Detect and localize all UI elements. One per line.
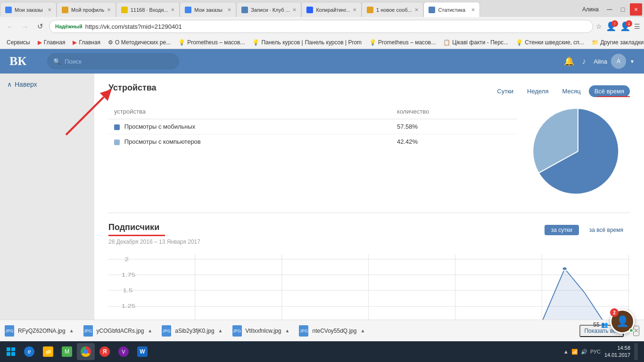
- bookmark-panel-kursov[interactable]: 💡 Панель курсов | Панель курсов | Prom: [249, 38, 364, 47]
- tab-close-icon[interactable]: ×: [293, 6, 297, 13]
- bookmark-glavnaya-1[interactable]: ▶ Главная: [35, 38, 68, 47]
- all-time-underline: [597, 96, 630, 97]
- tab-copywriting[interactable]: Копирайтинг... ×: [301, 2, 362, 17]
- tab-favicon: [121, 7, 128, 13]
- minimize-button[interactable]: ─: [603, 3, 616, 16]
- taskbar-app-green[interactable]: M: [58, 343, 76, 360]
- tab-label: 11168 · Входя...: [131, 7, 168, 13]
- bookmark-glavnaya-2[interactable]: ▶ Главная: [70, 38, 103, 47]
- back-link[interactable]: ∧ Наверх: [7, 81, 87, 88]
- address-box[interactable]: Надёжный https://vk.com/stats?mid=212904…: [49, 20, 593, 33]
- bookmark-other[interactable]: 📁 Другие закладки: [589, 38, 644, 47]
- pie-chart: [531, 104, 625, 198]
- maximize-button[interactable]: □: [617, 3, 629, 16]
- taskbar-app-ie[interactable]: e: [20, 343, 38, 360]
- tray-network-icon: 📶: [571, 349, 578, 355]
- tab-close-icon[interactable]: ×: [471, 6, 475, 13]
- taskbar-app-yandex[interactable]: Я: [96, 343, 114, 360]
- tab-moi-profil[interactable]: Мой профиль ×: [57, 2, 116, 17]
- avatar: A: [611, 54, 626, 69]
- music-icon[interactable]: ♪: [582, 57, 586, 66]
- bookmark-stenki[interactable]: 💡 Стенки шведские, сп...: [513, 38, 587, 47]
- taskbar-app-word[interactable]: W: [133, 343, 151, 360]
- bookmark-star-icon[interactable]: ☆: [596, 23, 602, 30]
- tab-close-icon[interactable]: ×: [228, 6, 231, 13]
- bookmark-prometheus-2[interactable]: 💡 Prometheus – масов...: [366, 38, 438, 47]
- col-header-count: количество: [391, 104, 517, 119]
- tab-favicon: [429, 7, 435, 13]
- tab-close-icon[interactable]: ×: [353, 6, 356, 13]
- tab-favicon: [5, 7, 12, 13]
- extensions-icon[interactable]: 👤 !: [606, 21, 616, 32]
- table-row: Просмотры с мобильных 57.58%: [108, 119, 517, 134]
- tab-label: 1 новое сооб...: [376, 7, 412, 13]
- time-tab-all-time[interactable]: за всё время: [583, 225, 630, 235]
- period-tab-mesyac[interactable]: Месяц: [556, 85, 586, 97]
- download-expand-icon[interactable]: ▲: [69, 328, 74, 333]
- download-expand-icon[interactable]: ▲: [218, 328, 223, 333]
- profile-icon[interactable]: 👤 1: [620, 21, 630, 32]
- tab-moi-zakazy-1[interactable]: Мои заказы ×: [0, 2, 57, 17]
- close-button[interactable]: ×: [630, 3, 642, 16]
- page-body: ∧ Наверх Устройства Сутки Неделя Месяц: [0, 74, 644, 320]
- search-input[interactable]: [65, 58, 173, 65]
- download-file-icon: JPG: [83, 325, 93, 337]
- period-tab-sutki[interactable]: Сутки: [491, 85, 519, 97]
- bookmark-metodicheskie[interactable]: ⚙ О Методических ре...: [105, 38, 173, 47]
- bookmark-prometheus-1[interactable]: 💡 Prometheus – масов...: [175, 38, 248, 47]
- tray-up-arrow-icon[interactable]: ▲: [563, 349, 569, 354]
- chat-notif-badge: 2: [610, 308, 619, 317]
- taskbar-app-viber[interactable]: V: [115, 343, 132, 360]
- tray-icons: ▲ 📶 🔊 РУС: [563, 349, 601, 355]
- chat-online-dot: [629, 328, 634, 333]
- download-filename: nteCVoy55dQ.jpg: [312, 328, 356, 334]
- windows-logo-icon: [6, 347, 16, 356]
- period-tab-nedelya[interactable]: Неделя: [521, 85, 554, 97]
- download-expand-icon[interactable]: ▲: [285, 328, 290, 333]
- tab-11168[interactable]: 11168 · Входя... ×: [116, 2, 180, 17]
- tab-statistika[interactable]: Статистика ×: [423, 2, 480, 17]
- tab-novoe[interactable]: 1 новое сооб... ×: [362, 2, 423, 17]
- download-file-icon: JPG: [5, 325, 14, 337]
- tab-label: Копирайтинг...: [316, 7, 350, 13]
- start-button[interactable]: [2, 343, 19, 360]
- vk-user-menu[interactable]: Alina A ▼: [594, 54, 635, 69]
- notification-icon[interactable]: 🔔: [564, 56, 574, 66]
- user-dropdown-icon[interactable]: ▼: [630, 59, 635, 64]
- period-tabs: Сутки Неделя Месяц Всё время: [491, 85, 630, 97]
- vk-logo[interactable]: ВК: [9, 54, 38, 68]
- time-tab-per-day[interactable]: за сутки: [545, 225, 579, 235]
- tab-favicon: [367, 7, 373, 13]
- bookmark-servisy[interactable]: Сервисы: [4, 38, 33, 47]
- download-expand-icon[interactable]: ▲: [148, 328, 152, 333]
- chart-area: 2 1.75 1.5 1.25: [108, 255, 630, 320]
- tab-moi-zakazy-2[interactable]: Мои заказы ×: [180, 2, 236, 17]
- svg-rect-22: [11, 347, 15, 351]
- reload-button[interactable]: ↺: [34, 20, 46, 33]
- tab-zapiski[interactable]: Записи · Клуб ... ×: [236, 2, 301, 17]
- menu-icon[interactable]: ☰: [634, 23, 640, 30]
- mobile-value: 57.58%: [391, 119, 517, 134]
- taskbar-app-chrome[interactable]: [77, 343, 95, 360]
- tab-close-icon[interactable]: ×: [107, 6, 111, 13]
- period-tab-all-time[interactable]: Всё время: [589, 85, 630, 97]
- tab-close-icon[interactable]: ×: [415, 6, 419, 13]
- bookmark-tsikavi[interactable]: 📋 Цікаві факти - Перс...: [440, 38, 511, 47]
- tab-favicon: [306, 7, 313, 13]
- show-desktop-button[interactable]: [634, 343, 638, 360]
- devices-section: Устройства Сутки Неделя Месяц Всё время: [108, 83, 630, 198]
- chat-avatar-wrap[interactable]: 👤 2: [610, 309, 635, 334]
- download-item-5: JPG nteCVoy55dQ.jpg ▲: [299, 325, 365, 337]
- download-filename: VtItxxfnlcw.jpg: [246, 328, 281, 334]
- vk-search-box[interactable]: 🔍: [47, 53, 179, 69]
- back-nav-button[interactable]: ←: [4, 20, 16, 33]
- subscribers-underline: [108, 235, 165, 236]
- sidebar: ∧ Наверх: [0, 74, 94, 320]
- download-expand-icon[interactable]: ▲: [361, 328, 365, 333]
- tab-close-icon[interactable]: ×: [171, 6, 175, 13]
- date-range: 28 Декабря 2016 – 13 Января 2017: [108, 239, 200, 245]
- forward-nav-button[interactable]: →: [19, 20, 31, 33]
- taskbar-app-explorer[interactable]: 📁: [39, 343, 57, 360]
- devices-table-wrap: устройства количество Просмотры с мобиль…: [108, 104, 517, 198]
- tab-close-icon[interactable]: ×: [48, 6, 51, 13]
